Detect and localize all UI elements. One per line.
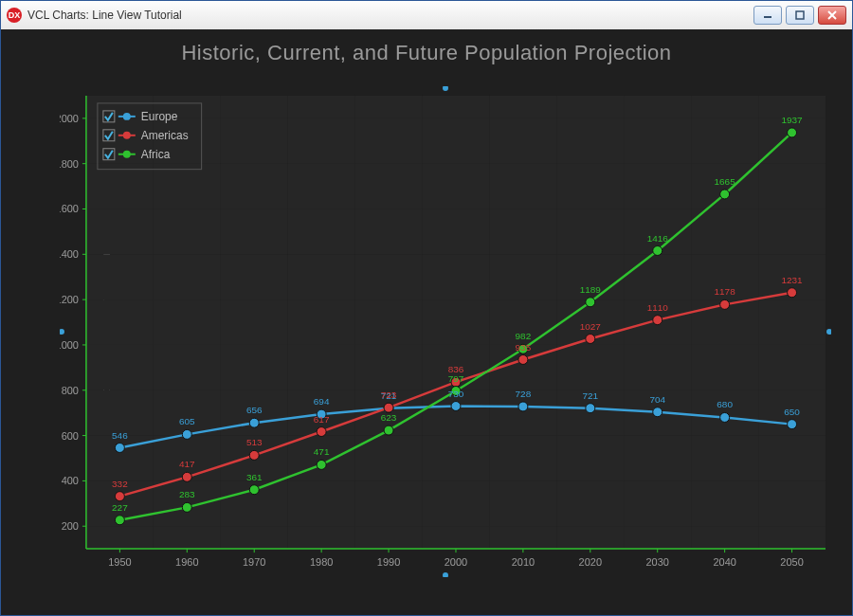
svg-rect-9 <box>288 480 355 526</box>
data-point[interactable] <box>249 485 259 495</box>
svg-rect-26 <box>691 436 758 481</box>
data-label: 417 <box>179 459 195 469</box>
svg-rect-22 <box>423 436 490 481</box>
data-label: 656 <box>246 405 263 415</box>
svg-rect-118 <box>221 526 288 549</box>
svg-rect-61 <box>86 254 154 299</box>
data-point[interactable] <box>518 402 528 411</box>
data-point[interactable] <box>720 299 730 309</box>
svg-text:1400: 1400 <box>60 248 79 260</box>
data-label: 1178 <box>715 286 736 297</box>
data-point[interactable] <box>720 412 730 422</box>
svg-rect-73 <box>154 209 221 255</box>
svg-rect-23 <box>489 436 556 481</box>
data-point[interactable] <box>182 472 191 481</box>
svg-rect-25 <box>624 436 691 481</box>
svg-rect-15 <box>691 480 758 526</box>
data-point[interactable] <box>249 418 259 427</box>
svg-rect-43 <box>355 345 423 390</box>
svg-text:200: 200 <box>62 520 79 532</box>
data-point[interactable] <box>586 335 595 344</box>
svg-rect-99 <box>423 118 490 164</box>
data-point[interactable] <box>788 420 797 429</box>
svg-text:2020: 2020 <box>579 556 602 568</box>
svg-rect-50 <box>86 299 154 345</box>
svg-rect-126 <box>758 526 826 549</box>
svg-rect-109 <box>355 96 423 118</box>
svg-text:2040: 2040 <box>713 556 735 568</box>
close-button[interactable] <box>818 6 846 25</box>
svg-rect-77 <box>423 209 490 255</box>
svg-text:1950: 1950 <box>108 556 131 568</box>
data-point[interactable] <box>182 429 191 439</box>
svg-rect-28 <box>86 390 154 436</box>
svg-text:1200: 1200 <box>60 294 79 305</box>
data-point[interactable] <box>720 190 730 199</box>
data-point[interactable] <box>115 492 124 501</box>
app-icon: DX <box>7 8 22 23</box>
data-point[interactable] <box>586 298 595 307</box>
svg-rect-90 <box>556 164 624 209</box>
maximize-button[interactable] <box>786 6 814 25</box>
resize-handle-left[interactable] <box>60 329 64 335</box>
data-label: 1937 <box>781 115 803 125</box>
svg-rect-14 <box>624 480 691 526</box>
data-point[interactable] <box>317 427 326 437</box>
data-label: 650 <box>784 407 800 417</box>
data-point[interactable] <box>182 502 191 512</box>
data-point[interactable] <box>384 403 393 412</box>
svg-rect-107 <box>221 96 288 118</box>
svg-rect-88 <box>423 164 490 209</box>
svg-rect-66 <box>423 254 490 299</box>
data-point[interactable] <box>518 355 528 365</box>
data-label: 617 <box>314 414 330 425</box>
svg-rect-27 <box>758 436 826 481</box>
data-point[interactable] <box>653 408 662 417</box>
svg-rect-121 <box>423 526 490 549</box>
chart-plot[interactable]: 200400600800100012001400160018002000 195… <box>60 86 831 577</box>
svg-rect-54 <box>355 299 423 345</box>
svg-rect-101 <box>556 118 624 164</box>
data-label: 513 <box>246 437 263 447</box>
chart-svg: 200400600800100012001400160018002000 195… <box>60 86 831 577</box>
data-point[interactable] <box>249 450 259 460</box>
minimize-button[interactable] <box>753 6 782 25</box>
resize-handle-top[interactable] <box>443 86 448 91</box>
resize-handle-right[interactable] <box>826 329 831 335</box>
data-label: 546 <box>112 430 128 441</box>
svg-rect-87 <box>355 164 423 209</box>
data-point[interactable] <box>788 128 797 137</box>
titlebar[interactable]: DX VCL Charts: Line View Tutorial <box>1 1 852 30</box>
data-label: 680 <box>717 399 733 409</box>
svg-rect-72 <box>86 209 154 255</box>
data-point[interactable] <box>115 516 124 525</box>
data-point[interactable] <box>653 246 662 256</box>
data-point[interactable] <box>317 460 326 469</box>
svg-rect-65 <box>355 254 423 299</box>
svg-rect-114 <box>691 96 758 118</box>
svg-rect-124 <box>624 526 691 549</box>
data-label: 623 <box>381 412 397 423</box>
data-point[interactable] <box>788 288 797 298</box>
data-point[interactable] <box>384 426 393 435</box>
maximize-icon <box>795 10 805 20</box>
svg-rect-55 <box>423 299 490 345</box>
svg-rect-42 <box>288 345 355 390</box>
svg-rect-111 <box>489 96 556 118</box>
legend-label: Europe <box>141 110 178 123</box>
svg-text:1000: 1000 <box>60 339 79 351</box>
data-point[interactable] <box>115 444 124 453</box>
data-point[interactable] <box>451 402 461 411</box>
data-point[interactable] <box>653 316 662 325</box>
data-label: 361 <box>246 472 263 482</box>
resize-handle-bottom[interactable] <box>443 572 448 577</box>
svg-text:1600: 1600 <box>60 203 79 214</box>
svg-rect-102 <box>624 118 691 164</box>
svg-rect-96 <box>221 118 288 164</box>
svg-rect-78 <box>489 209 556 255</box>
app-window: DX VCL Charts: Line View Tutorial Histor… <box>0 0 853 616</box>
svg-rect-108 <box>288 96 355 118</box>
data-point[interactable] <box>586 404 595 413</box>
svg-rect-104 <box>758 118 826 164</box>
svg-text:2030: 2030 <box>646 556 669 568</box>
